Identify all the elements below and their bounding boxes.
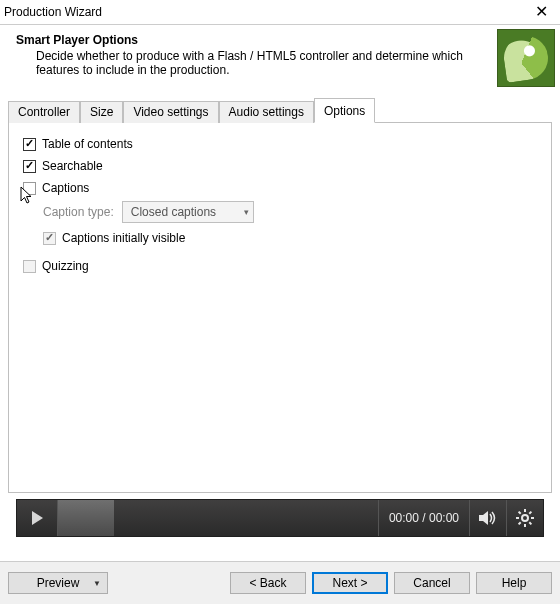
tab-size[interactable]: Size [80, 101, 123, 123]
cancel-button[interactable]: Cancel [394, 572, 470, 594]
option-table-of-contents[interactable]: Table of contents [23, 137, 535, 151]
help-button[interactable]: Help [476, 572, 552, 594]
options-panel: Table of contents Searchable Captions Ca… [8, 122, 552, 493]
svg-marker-0 [32, 511, 43, 525]
player-preview: 00:00 / 00:00 [16, 499, 544, 537]
label-quizzing: Quizzing [42, 259, 89, 273]
close-icon[interactable]: ✕ [529, 4, 554, 20]
tab-controller[interactable]: Controller [8, 101, 80, 123]
option-quizzing[interactable]: Quizzing [23, 259, 535, 273]
tab-video-settings[interactable]: Video settings [123, 101, 218, 123]
tabbar: Controller Size Video settings Audio set… [8, 97, 552, 122]
option-searchable[interactable]: Searchable [23, 159, 535, 173]
player-time: 00:00 / 00:00 [379, 500, 470, 536]
volume-button[interactable] [470, 500, 507, 536]
gear-icon [516, 509, 534, 527]
window-title: Production Wizard [4, 5, 102, 19]
caption-type-row: Caption type: Closed captions ▾ [43, 201, 535, 223]
label-captions-initially-visible: Captions initially visible [62, 231, 185, 245]
option-captions[interactable]: Captions [23, 181, 535, 195]
header-heading: Smart Player Options [16, 33, 497, 47]
footer: Preview ▼ < Back Next > Cancel Help [0, 561, 560, 604]
tab-options[interactable]: Options [314, 98, 375, 123]
preview-button-label: Preview [37, 576, 80, 590]
player-progress [58, 500, 114, 536]
next-button[interactable]: Next > [312, 572, 388, 594]
checkbox-searchable[interactable] [23, 160, 36, 173]
player-track[interactable] [58, 500, 379, 536]
volume-icon [478, 510, 498, 526]
checkbox-captions-initially-visible[interactable] [43, 232, 56, 245]
dropdown-caption-type[interactable]: Closed captions ▾ [122, 201, 254, 223]
svg-line-7 [519, 512, 521, 514]
back-button[interactable]: < Back [230, 572, 306, 594]
play-button[interactable] [17, 500, 58, 536]
titlebar: Production Wizard ✕ [0, 0, 560, 25]
chevron-down-icon: ▾ [244, 207, 249, 217]
play-icon [30, 510, 44, 526]
svg-line-8 [529, 522, 531, 524]
chevron-down-icon: ▼ [93, 579, 101, 588]
option-captions-initially-visible[interactable]: Captions initially visible [43, 231, 535, 245]
header: Smart Player Options Decide whether to p… [0, 25, 560, 91]
checkbox-captions[interactable] [23, 182, 36, 195]
dropdown-caption-type-value: Closed captions [131, 205, 216, 219]
label-captions: Captions [42, 181, 89, 195]
preview-button[interactable]: Preview ▼ [8, 572, 108, 594]
label-table-of-contents: Table of contents [42, 137, 133, 151]
svg-line-9 [529, 512, 531, 514]
tab-audio-settings[interactable]: Audio settings [219, 101, 314, 123]
settings-button[interactable] [507, 500, 543, 536]
label-searchable: Searchable [42, 159, 103, 173]
svg-point-2 [522, 515, 528, 521]
header-subtext: Decide whether to produce with a Flash /… [16, 47, 466, 77]
svg-marker-1 [479, 511, 488, 525]
label-caption-type: Caption type: [43, 205, 114, 219]
checkbox-table-of-contents[interactable] [23, 138, 36, 151]
svg-line-10 [519, 522, 521, 524]
app-logo-icon [497, 29, 555, 87]
checkbox-quizzing[interactable] [23, 260, 36, 273]
